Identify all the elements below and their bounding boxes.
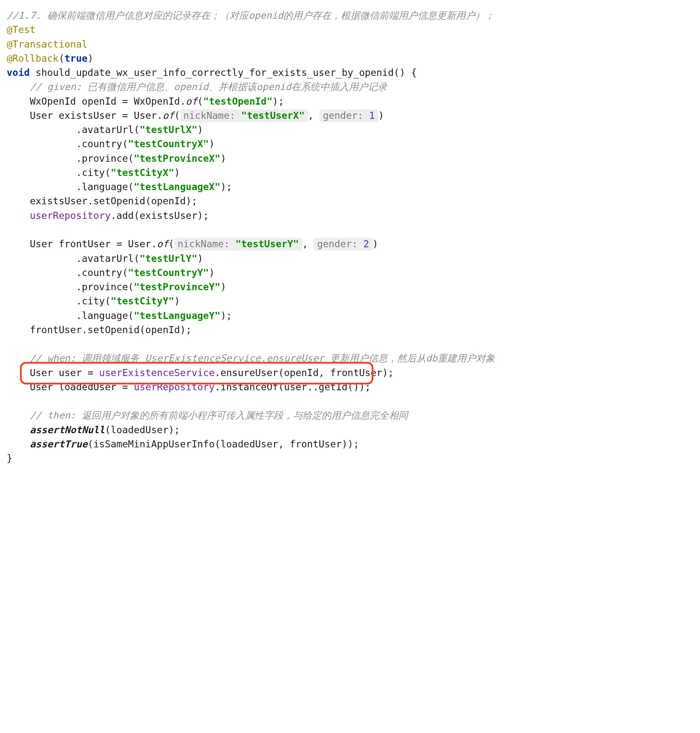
field-user-existence-service: userExistenceService (99, 367, 215, 378)
comment-when: // when: 调用领域服务 UserExistenceService.ens… (30, 353, 495, 364)
param-hint-gender: gender: 1 (320, 109, 378, 122)
comment-line: //1.7. 确保前端微信用户信息对应的记录存在；（对应openid的用户存在，… (7, 10, 494, 21)
param-hint-nickname: nickName: "testUserY" (174, 238, 302, 251)
annotation-rollback: @Rollback (7, 53, 59, 64)
type: WxOpenId (30, 96, 76, 107)
keyword-void: void (7, 67, 30, 78)
field-user-repository: userRepository (30, 210, 111, 221)
keyword-true: true (64, 53, 87, 64)
code-editor-viewport[interactable]: //1.7. 确保前端微信用户信息对应的记录存在；（对应openid的用户存在，… (0, 0, 700, 478)
param-hint-nickname: nickName: "testUserX" (180, 109, 308, 122)
method-declaration: should_update_wx_user_info_correctly_for… (35, 67, 394, 78)
annotation-test: @Test (7, 24, 35, 35)
assert-true: assertTrue (30, 439, 87, 449)
comment-then: // then: 返回用户对象的所有前端小程序可传入属性字段，与给定的用户信息完… (30, 410, 408, 421)
code-block[interactable]: //1.7. 确保前端微信用户信息对应的记录存在；（对应openid的用户存在，… (0, 0, 700, 478)
annotation-transactional: @Transactional (7, 39, 88, 50)
assert-not-null: assertNotNull (30, 424, 105, 435)
comment-given: // given: 已有微信用户信息、openid、并根据该openid在系统中… (30, 81, 387, 92)
param-hint-gender: gender: 2 (314, 238, 373, 251)
